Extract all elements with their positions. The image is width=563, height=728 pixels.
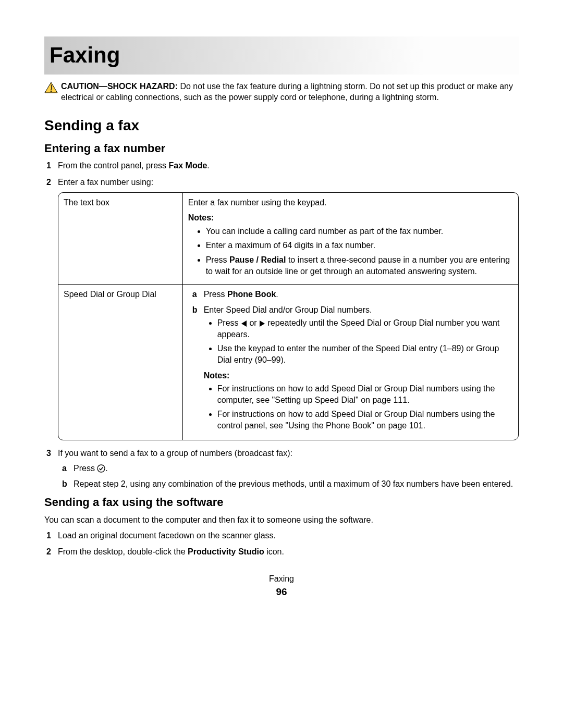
row1-b3-bold: Pause / Redial bbox=[229, 255, 286, 264]
sw-step2-pre: From the desktop, double-click the bbox=[58, 547, 188, 556]
sw-step-2: From the desktop, double-click the Produ… bbox=[44, 546, 519, 558]
step-1-pre: From the control panel, press bbox=[58, 161, 169, 170]
notes-label: Notes: bbox=[204, 370, 513, 381]
list-item: Repeat step 2, using any combination of … bbox=[58, 478, 519, 490]
list-item: Press . bbox=[58, 463, 519, 474]
row2-sublist: Press or repeatedly until the Speed Dial… bbox=[204, 317, 513, 365]
check-circle-icon bbox=[97, 464, 105, 473]
step-2-text: Enter a fax number using: bbox=[58, 178, 153, 187]
row2-a-bold: Phone Book bbox=[227, 290, 276, 299]
footer-page-number: 96 bbox=[44, 585, 519, 599]
row1-intro: Enter a fax number using the keypad. bbox=[188, 197, 513, 208]
row2-a-pre: Press bbox=[204, 290, 227, 299]
list-item: Enter a maximum of 64 digits in a fax nu… bbox=[206, 240, 513, 251]
step-2: Enter a fax number using: The text box E… bbox=[44, 177, 519, 440]
step-1-post: . bbox=[207, 161, 209, 170]
row2-sub1-pre: Press bbox=[217, 318, 241, 327]
chapter-title: Faxing bbox=[44, 36, 519, 75]
step-3-intro: If you want to send a fax to a group of … bbox=[58, 449, 292, 458]
table-row: The text box Enter a fax number using th… bbox=[58, 193, 518, 285]
list-item: For instructions on how to add Speed Dia… bbox=[217, 409, 513, 431]
right-arrow-icon bbox=[259, 320, 265, 327]
caution-text: CAUTION—SHOCK HAZARD: Do not use the fax… bbox=[61, 81, 519, 103]
notes-label: Notes: bbox=[188, 212, 513, 224]
step-1: From the control panel, press Fax Mode. bbox=[44, 160, 519, 171]
step-3: If you want to send a fax to a group of … bbox=[44, 448, 519, 490]
row2-lettered: Press Phone Book. Enter Speed Dial and/o… bbox=[188, 289, 513, 431]
step3-a-post: . bbox=[105, 464, 107, 473]
list-item: Enter Speed Dial and/or Group Dial numbe… bbox=[188, 304, 513, 431]
software-intro: You can scan a document to the computer … bbox=[44, 514, 519, 526]
list-item: Press or repeatedly until the Speed Dial… bbox=[217, 317, 513, 340]
steps-entering-fax: From the control panel, press Fax Mode. … bbox=[44, 160, 519, 489]
row2-sub1-mid: or bbox=[247, 318, 259, 327]
caution-block: CAUTION—SHOCK HAZARD: Do not use the fax… bbox=[44, 81, 519, 103]
table-row: Speed Dial or Group Dial Press Phone Boo… bbox=[58, 285, 518, 440]
sw-step2-bold: Productivity Studio bbox=[188, 547, 264, 556]
fax-method-table: The text box Enter a fax number using th… bbox=[58, 192, 519, 440]
list-item: You can include a calling card number as… bbox=[206, 226, 513, 237]
svg-marker-3 bbox=[260, 320, 265, 327]
subsection-entering-fax-number: Entering a fax number bbox=[44, 141, 519, 156]
row1-notes-list: You can include a calling card number as… bbox=[188, 226, 513, 277]
cell-speed-dial-content: Press Phone Book. Enter Speed Dial and/o… bbox=[182, 285, 518, 440]
cell-speed-dial-label: Speed Dial or Group Dial bbox=[58, 285, 182, 440]
step-1-bold: Fax Mode bbox=[169, 161, 207, 170]
row2-b-text: Enter Speed Dial and/or Group Dial numbe… bbox=[204, 305, 372, 314]
list-item: Press Phone Book. bbox=[188, 289, 513, 300]
page-footer: Faxing 96 bbox=[44, 573, 519, 599]
subsection-sending-via-software: Sending a fax using the software bbox=[44, 495, 519, 510]
step3-a-pre: Press bbox=[74, 464, 97, 473]
sw-step2-post: icon. bbox=[264, 547, 284, 556]
section-sending-a-fax: Sending a fax bbox=[44, 116, 519, 135]
list-item: Press Pause / Redial to insert a three-s… bbox=[206, 254, 513, 277]
cell-text-box-content: Enter a fax number using the keypad. Not… bbox=[182, 193, 518, 285]
footer-chapter-label: Faxing bbox=[44, 573, 519, 585]
svg-marker-2 bbox=[241, 320, 247, 327]
step-3-lettered: Press . Repeat step 2, using any combina… bbox=[58, 463, 519, 489]
list-item: Use the keypad to enter the number of th… bbox=[217, 343, 513, 365]
list-item: For instructions on how to add Speed Dia… bbox=[217, 383, 513, 405]
steps-software: Load an original document facedown on th… bbox=[44, 530, 519, 558]
svg-point-4 bbox=[97, 465, 105, 472]
caution-label: CAUTION—SHOCK HAZARD: bbox=[61, 82, 178, 91]
sw-step-1: Load an original document facedown on th… bbox=[44, 530, 519, 541]
cell-text-box-label: The text box bbox=[58, 193, 182, 285]
svg-point-1 bbox=[51, 90, 52, 92]
left-arrow-icon bbox=[241, 320, 247, 327]
warning-icon bbox=[44, 82, 58, 93]
row1-b3-pre: Press bbox=[206, 255, 229, 264]
row2-a-post: . bbox=[276, 290, 278, 299]
row2-notes-list: For instructions on how to add Speed Dia… bbox=[204, 383, 513, 431]
